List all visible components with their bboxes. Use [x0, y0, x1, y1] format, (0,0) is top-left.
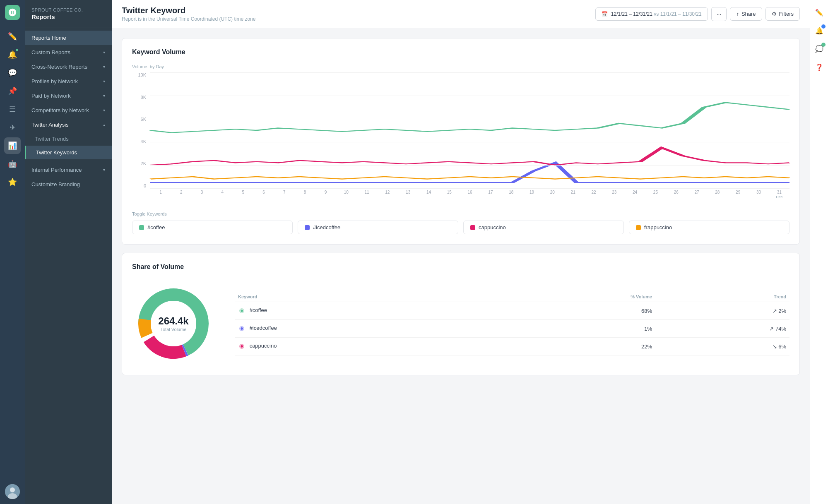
table-row: cappuccino 22% ↘ 6%	[235, 338, 789, 355]
x-label-25: 25	[645, 190, 666, 194]
date-range-button[interactable]: 📅 12/1/21 – 12/31/21 vs 11/1/21 – 11/30/…	[595, 7, 708, 21]
nav-publish-icon[interactable]: ✈	[4, 119, 21, 136]
sidebar-item-customize-branding[interactable]: Customize Branding	[25, 177, 112, 192]
calendar-icon: 📅	[602, 11, 608, 17]
donut-chart-container: 264.4k Total Volume	[132, 282, 215, 365]
nav-star-icon[interactable]: ⭐	[4, 174, 21, 190]
content-area: Keyword Volume Volume, by Day 10K 8K 6K …	[112, 28, 810, 504]
sidebar-item-reports-home[interactable]: Reports Home	[25, 31, 112, 45]
sidebar-item-twitter-analysis[interactable]: Twitter Analysis ▴	[25, 118, 112, 132]
y-label-0: 0	[132, 183, 149, 188]
x-label-1: 1	[150, 190, 171, 194]
nav-reports-icon[interactable]: 📊	[4, 137, 21, 154]
nav-compose-icon[interactable]: ✏️	[4, 28, 21, 45]
topbar-left: Twitter Keyword Report is in the Univers…	[122, 6, 255, 22]
more-options-button[interactable]: ···	[711, 7, 727, 21]
frappuccino-color-dot	[636, 225, 641, 230]
keyword-volume-title: Keyword Volume	[132, 48, 789, 56]
x-label-10: 10	[336, 190, 356, 194]
x-label-15: 15	[439, 190, 460, 194]
sidebar-item-paid[interactable]: Paid by Network ▾	[25, 89, 112, 103]
keyword-toggle-coffee[interactable]: #coffee	[132, 221, 293, 234]
filters-icon: ⚙	[772, 11, 777, 17]
y-label-8k: 8K	[132, 95, 149, 100]
share-of-volume-title: Share of Volume	[132, 263, 789, 271]
chevron-down-icon: ▾	[103, 65, 105, 69]
x-label-27: 27	[686, 190, 707, 194]
sidebar-item-label: Cross-Network Reports	[31, 64, 87, 70]
share-button[interactable]: ↑ Share	[730, 7, 762, 21]
keyword-toggles: #coffee #icedcoffee cappuccino frappucci…	[132, 221, 789, 234]
icon-rail: ✏️ 🔔 💬 📌 ☰ ✈ 📊 🤖 ⭐	[0, 0, 25, 504]
sidebar-item-label: Profiles by Network	[31, 78, 78, 84]
donut-center-text: 264.4k Total Volume	[158, 315, 188, 332]
keyword-volume-card: Keyword Volume Volume, by Day 10K 8K 6K …	[122, 38, 800, 245]
trend-icedcoffee: ↗ 74%	[655, 320, 789, 338]
x-label-23: 23	[604, 190, 625, 194]
chevron-down-icon: ▾	[103, 94, 105, 98]
nav-bot-icon[interactable]: 🤖	[4, 156, 21, 172]
filters-button[interactable]: ⚙ Filters	[765, 7, 800, 21]
x-label-18: 18	[501, 190, 522, 194]
rp-notification-icon[interactable]: 🔔	[812, 23, 827, 38]
sidebar-nav: Reports Home Custom Reports ▾ Cross-Netw…	[25, 27, 112, 504]
cappuccino-color-dot	[470, 225, 475, 230]
x-label-2: 2	[171, 190, 192, 194]
sidebar-item-label: Custom Reports	[31, 49, 70, 55]
y-axis: 10K 8K 6K 4K 2K 0	[132, 72, 149, 188]
topbar-right: 📅 12/1/21 – 12/31/21 vs 11/1/21 – 11/30/…	[595, 7, 800, 21]
sidebar-section-title: Reports	[31, 13, 105, 20]
nav-feeds-icon[interactable]: ☰	[4, 101, 21, 118]
keyword-label-cappuccino: cappuccino	[479, 224, 506, 230]
x-label-9: 9	[315, 190, 336, 194]
x-label-3: 3	[192, 190, 212, 194]
sidebar-item-label: Twitter Analysis	[31, 122, 69, 128]
sov-table: Keyword % Volume Trend	[235, 292, 789, 355]
right-panel: ✏️ 🔔 💭 ❓	[810, 0, 828, 504]
x-label-26: 26	[666, 190, 686, 194]
keyword-toggle-icedcoffee[interactable]: #icedcoffee	[298, 221, 458, 234]
x-label-6: 6	[253, 190, 274, 194]
rp-edit-icon[interactable]: ✏️	[812, 5, 827, 20]
x-label-12: 12	[377, 190, 398, 194]
x-label-13: 13	[398, 190, 419, 194]
sidebar-item-label: Reports Home	[31, 35, 66, 41]
x-label-19: 19	[522, 190, 542, 194]
sidebar-item-internal-performance[interactable]: Internal Performance ▾	[25, 163, 112, 177]
company-name: Sprout Coffee Co.	[31, 7, 105, 12]
x-label-20: 20	[542, 190, 563, 194]
table-header-keyword: Keyword	[235, 292, 495, 302]
nav-tasks-icon[interactable]: 📌	[4, 83, 21, 99]
keyword-toggle-frappuccino[interactable]: frappuccino	[629, 221, 789, 234]
sidebar-item-competitors[interactable]: Competitors by Network ▾	[25, 103, 112, 118]
date-range-text: 12/1/21 – 12/31/21 vs 11/1/21 – 11/30/21	[611, 11, 702, 17]
sidebar-item-profiles[interactable]: Profiles by Network ▾	[25, 74, 112, 89]
rp-help-icon[interactable]: ❓	[812, 60, 827, 74]
app-logo[interactable]	[5, 5, 20, 20]
y-label-2k: 2K	[132, 161, 149, 166]
sidebar-sub-item-twitter-trends[interactable]: Twitter Trends	[25, 132, 112, 146]
donut-total-value: 264.4k	[158, 315, 188, 327]
sidebar-item-label: Internal Performance	[31, 167, 82, 173]
nav-inbox-icon[interactable]: 💬	[4, 65, 21, 81]
x-label-21: 21	[563, 190, 583, 194]
table-header-trend: Trend	[655, 292, 789, 302]
coffee-color-dot	[139, 225, 144, 230]
svg-point-1	[10, 487, 15, 492]
nav-bell-icon[interactable]: 🔔	[4, 46, 21, 63]
sidebar-item-label: Customize Branding	[31, 181, 80, 187]
rp-chat-badge	[821, 43, 826, 47]
user-avatar[interactable]	[5, 484, 20, 499]
sidebar-sub-item-twitter-keywords[interactable]: Twitter Keywords	[25, 146, 112, 159]
keyword-label-frappuccino: frappuccino	[644, 224, 672, 230]
x-label-4: 4	[212, 190, 233, 194]
sidebar-item-label: Paid by Network	[31, 93, 71, 99]
sidebar-item-custom-reports[interactable]: Custom Reports ▾	[25, 45, 112, 60]
sidebar-item-cross-network[interactable]: Cross-Network Reports ▾	[25, 60, 112, 74]
chevron-down-icon: ▾	[103, 168, 105, 172]
keyword-label-coffee: #coffee	[147, 224, 165, 230]
keyword-toggle-cappuccino[interactable]: cappuccino	[463, 221, 624, 234]
chevron-down-icon: ▾	[103, 50, 105, 55]
chevron-up-icon: ▴	[103, 122, 105, 127]
rp-chat-icon[interactable]: 💭	[812, 41, 827, 56]
